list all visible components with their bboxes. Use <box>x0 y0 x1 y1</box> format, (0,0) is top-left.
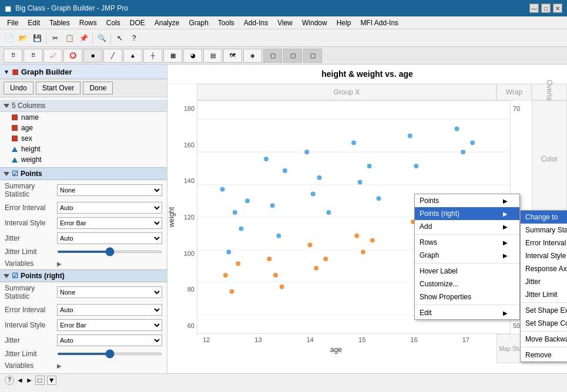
ctx-graph[interactable]: Graph ▶ <box>415 249 519 262</box>
ctx2-set-shape-col[interactable]: Set Shape Column... <box>521 317 567 330</box>
pr-jitter-select[interactable]: Auto <box>57 334 162 346</box>
overlay-zone[interactable]: Overlay <box>532 84 567 100</box>
ctx2-jitter[interactable]: Jitter ▶ <box>521 275 567 288</box>
status-forward-btn[interactable]: ► <box>26 376 33 384</box>
start-over-button[interactable]: Start Over <box>36 82 81 94</box>
chart-treemap[interactable]: ▤ <box>203 49 222 63</box>
ctx2-error[interactable]: Error Interval ▶ <box>521 236 567 249</box>
col-sex[interactable]: sex <box>0 133 167 144</box>
ctx2-move-backward[interactable]: Move Backward <box>521 333 567 346</box>
ctx2-response[interactable]: Response Axis <box>521 262 567 275</box>
col-name[interactable]: name <box>0 112 167 123</box>
wrap-zone[interactable]: Wrap <box>496 84 532 100</box>
menu-item-window[interactable]: Window <box>297 18 332 28</box>
gb-collapse-icon[interactable]: ▼ <box>4 69 9 75</box>
menu-item-view[interactable]: View <box>273 18 297 28</box>
col-age[interactable]: age <box>0 123 167 133</box>
menu-item-graph[interactable]: Graph <box>184 18 213 28</box>
color-zone[interactable]: Color <box>532 100 567 217</box>
status-help-icon[interactable]: ? <box>5 376 14 385</box>
pr-error-select[interactable]: Auto <box>57 304 162 316</box>
ctx2-jitter-limit[interactable]: Jitter Limit <box>521 288 567 301</box>
points-error-select[interactable]: Auto <box>57 202 162 214</box>
menu-item-mfi-add-ins[interactable]: MFI Add-Ins <box>355 18 403 28</box>
chart-bar[interactable]: ■ <box>83 49 102 63</box>
ctx2-summary[interactable]: Summary Statistic ▶ <box>521 224 567 236</box>
select-button[interactable]: ↖ <box>113 32 126 45</box>
ctx-points[interactable]: Points ▶ <box>415 194 519 207</box>
chart-grey1[interactable]: ▢ <box>263 49 282 63</box>
menu-item-tables[interactable]: Tables <box>45 18 75 28</box>
undo-button[interactable]: Undo <box>4 82 33 94</box>
open-button[interactable]: 📂 <box>16 32 29 45</box>
menu-item-tools[interactable]: Tools <box>213 18 239 28</box>
ctx-rows[interactable]: Rows ▶ <box>415 236 519 249</box>
maximize-button[interactable]: □ <box>541 4 551 13</box>
x-axis-ticks: 12 13 14 15 16 17 <box>197 334 475 343</box>
pr-interval-select[interactable]: Error Bar <box>57 319 162 331</box>
copy-button[interactable]: 📋 <box>63 32 76 45</box>
help-button[interactable]: ? <box>128 32 140 45</box>
ctx2-set-shape[interactable]: Set Shape Expression... <box>521 304 567 317</box>
group-x-zone[interactable]: Group X <box>197 84 496 100</box>
points-interval-select[interactable]: Error Bar <box>57 217 162 229</box>
menu-item-add-ins[interactable]: Add-Ins <box>239 18 273 28</box>
pr-variables-row: Variables ▶ <box>0 360 167 371</box>
menu-item-doe[interactable]: DOE <box>125 18 150 28</box>
chart-scatter2[interactable]: ⠿ <box>24 49 42 63</box>
chart-heatmap[interactable]: ▦ <box>163 49 182 63</box>
pr-jitter-slider[interactable] <box>57 353 162 355</box>
chart-grey3[interactable]: ▢ <box>303 49 322 63</box>
ctx2-jitter-label: Jitter <box>525 278 541 286</box>
zoom-button[interactable]: 🔍 <box>95 32 108 45</box>
chart-linechart[interactable]: ╱ <box>103 49 122 63</box>
points-jitter-select[interactable]: Auto <box>57 232 162 244</box>
svg-point-8 <box>226 249 231 254</box>
done-button[interactable]: Done <box>83 82 113 94</box>
ctx2-changeto[interactable]: Change to ▶ <box>521 211 567 224</box>
ctx-edit[interactable]: Edit ▶ <box>415 306 519 319</box>
status-back-btn[interactable]: ◄ <box>16 376 24 384</box>
ctx2-remove[interactable]: Remove <box>521 349 567 361</box>
pr-summary-select[interactable]: None <box>57 286 162 298</box>
menu-item-analyze[interactable]: Analyze <box>150 18 184 28</box>
ctx2-interval[interactable]: Interval Style ▶ <box>521 249 567 262</box>
minimize-button[interactable]: — <box>529 4 539 13</box>
status-small-btn[interactable]: □ <box>35 376 45 385</box>
menu-item-cols[interactable]: Cols <box>102 18 125 28</box>
menu-item-rows[interactable]: Rows <box>75 18 102 28</box>
chart-map[interactable]: 🗺 <box>223 49 242 63</box>
points-right-section-header[interactable]: ☑ Points (right) <box>0 269 167 282</box>
ctx-customize[interactable]: Customize... <box>415 278 519 290</box>
chart-bubble[interactable]: ⭕ <box>63 49 82 63</box>
cut-button[interactable]: ✂ <box>49 32 62 45</box>
save-button[interactable]: 💾 <box>31 32 43 45</box>
ctx-add[interactable]: Add ▶ <box>415 220 519 233</box>
points-summary-select[interactable]: None <box>57 184 162 196</box>
pr-variables-arrow[interactable]: ▶ <box>57 363 62 369</box>
ctx-hover-label[interactable]: Hover Label <box>415 265 519 278</box>
menu-item-edit[interactable]: Edit <box>23 18 45 28</box>
menu-item-file[interactable]: File <box>2 18 23 28</box>
ctx-points-right[interactable]: Points (right) ▶ <box>415 207 519 220</box>
col-height[interactable]: height <box>0 144 167 154</box>
col-weight[interactable]: weight <box>0 154 167 165</box>
chart-area[interactable]: ▲ <box>123 49 142 63</box>
points-variables-arrow[interactable]: ▶ <box>57 261 62 267</box>
menu-item-help[interactable]: Help <box>332 18 356 28</box>
chart-candlestick[interactable]: ┼ <box>143 49 162 63</box>
new-button[interactable]: 📄 <box>2 32 15 45</box>
chart-line[interactable]: 📈 <box>43 49 62 63</box>
ctx-show-properties[interactable]: Show Properties <box>415 290 519 303</box>
close-button[interactable]: ✕ <box>553 4 562 13</box>
svg-point-38 <box>354 234 359 238</box>
status-expand-btn[interactable]: ▼ <box>47 376 56 385</box>
chart-grey2[interactable]: ▢ <box>283 49 302 63</box>
chart-surface[interactable]: ◈ <box>243 49 262 63</box>
points-section-header[interactable]: ☑ Points <box>0 167 167 180</box>
chart-scatter[interactable]: ⠿ <box>4 49 22 63</box>
paste-button[interactable]: 📌 <box>77 32 90 45</box>
columns-header[interactable]: 5 Columns <box>0 100 167 112</box>
chart-pie[interactable]: ◕ <box>183 49 202 63</box>
points-jitter-slider[interactable] <box>57 251 162 253</box>
